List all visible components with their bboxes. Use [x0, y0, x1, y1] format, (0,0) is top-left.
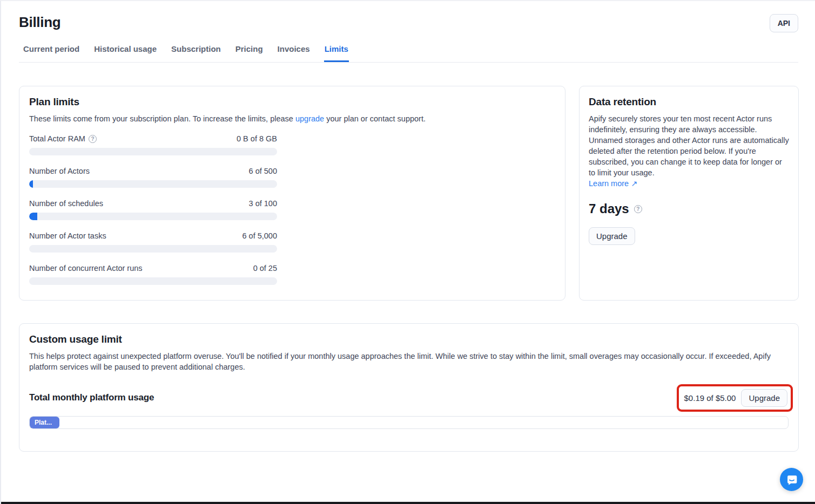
annotation-highlight-box: $0.19 of $5.00 Upgrade [677, 384, 793, 412]
plan-limits-card: Plan limits These limits come from your … [19, 86, 565, 301]
learn-more-label: Learn more [589, 179, 629, 188]
progress-bar [29, 213, 277, 220]
retention-upgrade-button[interactable]: Upgrade [589, 227, 635, 245]
learn-more-link[interactable]: Learn more ↗ [589, 179, 637, 188]
retention-period-value: 7 days [589, 201, 629, 216]
billing-tabs: Current period Historical usage Subscrip… [19, 43, 798, 63]
help-icon[interactable]: ? [89, 135, 97, 143]
monthly-usage-progress-bar: Plat... [29, 416, 789, 429]
limit-row-number-of-actor-tasks: Number of Actor tasks 6 of 5,000 [29, 231, 277, 253]
limit-label: Number of concurrent Actor runs [29, 264, 143, 273]
limit-label: Number of schedules [29, 199, 103, 208]
usage-upgrade-button[interactable]: Upgrade [741, 389, 787, 407]
plan-limits-list: Total Actor RAM ? 0 B of 8 GB Number of … [29, 134, 277, 285]
data-retention-title: Data retention [589, 96, 789, 108]
limit-value: 6 of 5,000 [243, 231, 278, 240]
tab-subscription[interactable]: Subscription [171, 43, 221, 62]
plan-limits-description: These limits come from your subscription… [29, 113, 555, 124]
limit-row-number-of-actors: Number of Actors 6 of 500 [29, 167, 277, 188]
tab-historical-usage[interactable]: Historical usage [93, 43, 157, 62]
limit-value: 3 of 100 [249, 199, 277, 208]
limit-value: 0 B of 8 GB [237, 134, 277, 143]
data-retention-desc-text: Apify securely stores your ten most rece… [589, 114, 789, 177]
limit-label: Number of Actor tasks [29, 231, 106, 240]
limit-label: Number of Actors [29, 167, 90, 175]
tab-pricing[interactable]: Pricing [235, 43, 264, 62]
data-retention-description: Apify securely stores your ten most rece… [589, 113, 789, 189]
tab-invoices[interactable]: Invoices [277, 43, 311, 62]
tab-current-period[interactable]: Current period [23, 43, 80, 62]
plan-limits-desc-prefix: These limits come from your subscription… [29, 114, 295, 123]
chat-bubble-icon [786, 474, 798, 486]
usage-segment-label: Plat... [35, 419, 52, 426]
usage-value: $0.19 of $5.00 [684, 393, 736, 403]
progress-bar [29, 180, 277, 188]
limit-row-total-actor-ram: Total Actor RAM ? 0 B of 8 GB [29, 134, 277, 155]
progress-bar [29, 148, 277, 155]
window-bottom-edge [1, 502, 815, 504]
limit-row-number-of-schedules: Number of schedules 3 of 100 [29, 199, 277, 220]
chat-widget-button[interactable] [780, 468, 803, 491]
data-retention-card: Data retention Apify securely stores you… [579, 86, 799, 301]
plan-limits-title: Plan limits [29, 96, 555, 108]
custom-usage-limit-card: Custom usage limit This helps protect ag… [19, 323, 799, 452]
custom-usage-title: Custom usage limit [29, 333, 789, 345]
external-link-arrow-icon: ↗ [631, 179, 637, 188]
plan-limits-desc-suffix: your plan or contact support. [324, 114, 426, 123]
custom-usage-description: This helps protect against unexpected pl… [29, 351, 789, 372]
limit-row-concurrent-actor-runs: Number of concurrent Actor runs 0 of 25 [29, 264, 277, 285]
limit-label: Total Actor RAM [29, 134, 85, 143]
total-monthly-usage-label: Total monthly platform usage [29, 392, 154, 403]
limit-value: 0 of 25 [253, 264, 277, 273]
tab-limits[interactable]: Limits [324, 43, 349, 62]
upgrade-link[interactable]: upgrade [295, 114, 324, 123]
progress-bar [29, 245, 277, 253]
api-button[interactable]: API [770, 14, 798, 32]
limit-value: 6 of 500 [249, 167, 277, 175]
page-title: Billing [19, 14, 60, 31]
usage-header-row: Total monthly platform usage $0.19 of $5… [29, 384, 789, 411]
page-header: Billing API [1, 1, 815, 32]
progress-bar [29, 277, 277, 285]
help-icon[interactable]: ? [634, 205, 642, 213]
usage-platform-segment: Plat... [30, 417, 59, 428]
